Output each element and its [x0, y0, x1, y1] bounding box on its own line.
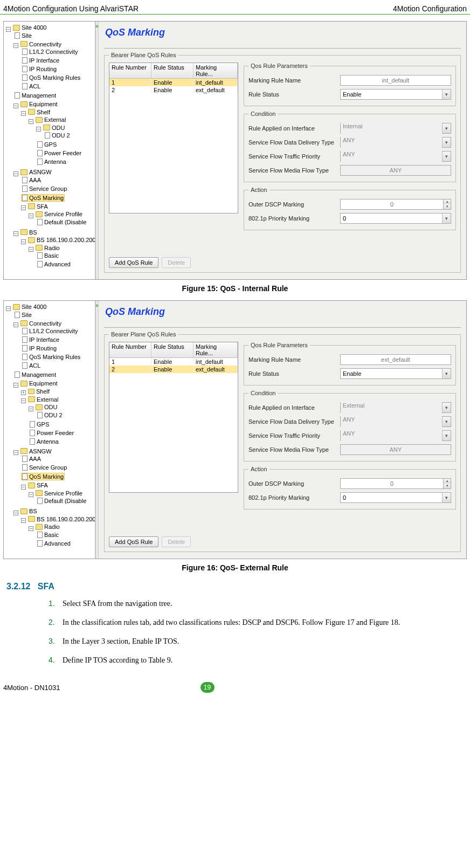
tree-gps[interactable]: GPS [37, 421, 49, 428]
col-rule-status[interactable]: Rule Status [151, 63, 193, 78]
tree-site-root[interactable]: Site 4000 [22, 24, 46, 31]
rai-select[interactable]: External▾ [340, 402, 451, 413]
tree-bsnode[interactable]: BS 186.190.0.200.200. [37, 516, 95, 522]
tree-adv[interactable]: Advanced [44, 540, 71, 547]
rules-grid[interactable]: Rule Number Rule Status Marking Rule... … [109, 342, 238, 493]
tree-l1l2[interactable]: L1/L2 Connectivity [29, 49, 78, 55]
nav-tree[interactable]: –Site 4000 Site –Connectivity L1/L2 Conn… [4, 22, 95, 279]
col-rule-status[interactable]: Rule Status [151, 342, 193, 357]
tree-sg[interactable]: Service Group [29, 464, 67, 471]
sfmft-input[interactable] [340, 444, 451, 455]
tree-sprof[interactable]: Service Profile [44, 211, 82, 217]
tree-odu2[interactable]: ODU 2 [44, 412, 63, 418]
tree-toggle[interactable]: – [13, 450, 18, 455]
col-marking-rule[interactable]: Marking Rule... [193, 63, 238, 78]
tree-asngw[interactable]: ASNGW [29, 448, 52, 454]
spinner[interactable]: ▴▾ [444, 199, 451, 210]
tree-toggle[interactable]: – [13, 383, 18, 388]
tree-bs[interactable]: BS [29, 508, 37, 514]
tree-bsnode[interactable]: BS 186.190.0.200.200. [37, 237, 95, 243]
tree-external[interactable]: External [44, 116, 66, 123]
tree-toggle[interactable]: – [21, 205, 26, 210]
tree-toggle[interactable]: – [29, 407, 33, 411]
tree-adv[interactable]: Advanced [44, 261, 71, 267]
tree-asngw[interactable]: ASNGW [29, 169, 52, 175]
rule-status-select[interactable]: Enable▾ [340, 368, 451, 379]
p8021-select[interactable]: 0▾ [340, 213, 451, 224]
tree-toggle[interactable]: – [21, 398, 26, 403]
grid-row[interactable]: 1 Enable int_default [109, 358, 238, 366]
splitter[interactable] [95, 301, 99, 559]
tree-equip[interactable]: Equipment [29, 101, 58, 107]
tree-gps[interactable]: GPS [44, 141, 57, 148]
tree-toggle[interactable]: – [21, 485, 26, 490]
sfmft-input[interactable] [340, 165, 451, 176]
tree-aaa[interactable]: AAA [29, 177, 41, 183]
odscp-input[interactable] [340, 478, 444, 489]
tree-def[interactable]: Default (Disable [44, 219, 86, 225]
tree-acl[interactable]: ACL [29, 83, 40, 89]
spinner[interactable]: ▴▾ [444, 478, 451, 489]
tree-qosmark[interactable]: QoS Marking [29, 195, 64, 201]
p8021-select[interactable]: 0▾ [340, 492, 451, 503]
tree-sfa[interactable]: SFA [37, 482, 48, 488]
tree-sprof[interactable]: Service Profile [44, 490, 82, 497]
rai-select[interactable]: Internal▾ [340, 123, 451, 134]
tree-toggle[interactable]: – [13, 104, 18, 108]
tree-toggle[interactable]: – [21, 239, 26, 244]
tree-connectivity[interactable]: Connectivity [29, 41, 61, 47]
tree-toggle[interactable]: – [21, 111, 26, 116]
tree-toggle[interactable]: – [13, 322, 18, 327]
tree-toggle[interactable]: – [36, 127, 41, 132]
tree-site[interactable]: Site [22, 312, 32, 318]
tree-odu[interactable]: ODU [44, 404, 57, 410]
tree-qosmark[interactable]: QoS Marking [29, 473, 64, 480]
tree-sfa[interactable]: SFA [37, 203, 48, 210]
delete-button[interactable]: Delete [162, 536, 191, 547]
tree-toggle[interactable]: – [13, 171, 18, 176]
tree-basic[interactable]: Basic [44, 252, 59, 259]
tree-iprt[interactable]: IP Routing [29, 345, 57, 352]
tree-radio[interactable]: Radio [44, 523, 60, 530]
tree-sg[interactable]: Service Group [29, 185, 67, 192]
rules-grid[interactable]: Rule Number Rule Status Marking Rule... … [109, 63, 238, 213]
tree-toggle[interactable]: – [29, 119, 33, 124]
tree-radio[interactable]: Radio [44, 245, 60, 251]
sfddt-select[interactable]: ANY▾ [340, 137, 451, 148]
tree-ipif[interactable]: IP Interface [29, 336, 59, 343]
rule-status-select[interactable]: Enable▾ [340, 89, 451, 100]
splitter[interactable] [95, 22, 99, 279]
tree-toggle[interactable]: – [6, 306, 11, 311]
tree-pf[interactable]: Power Feeder [44, 150, 81, 156]
sftp-select[interactable]: ANY▾ [340, 151, 451, 162]
col-rule-number[interactable]: Rule Number [109, 63, 151, 78]
tree-ant[interactable]: Antenna [44, 159, 66, 165]
tree-site[interactable]: Site [22, 32, 32, 39]
col-marking-rule[interactable]: Marking Rule... [193, 342, 238, 357]
sftp-select[interactable]: ANY▾ [340, 430, 451, 441]
marking-name-input[interactable] [340, 75, 451, 86]
sfddt-select[interactable]: ANY▾ [340, 416, 451, 427]
tree-acl[interactable]: ACL [29, 362, 40, 369]
add-qos-rule-button[interactable]: Add QoS Rule [109, 536, 158, 547]
tree-shelf[interactable]: Shelf [36, 388, 50, 395]
tree-toggle[interactable]: – [29, 213, 33, 218]
tree-qosmr[interactable]: QoS Marking Rules [29, 354, 80, 360]
tree-pf[interactable]: Power Feeder [37, 430, 74, 436]
tree-equip[interactable]: Equipment [29, 380, 58, 387]
tree-toggle[interactable]: + [21, 390, 26, 395]
tree-external[interactable]: External [37, 396, 58, 403]
odscp-input[interactable] [340, 199, 444, 210]
tree-iprt[interactable]: IP Routing [29, 66, 57, 72]
add-qos-rule-button[interactable]: Add QoS Rule [109, 257, 158, 268]
tree-qosmr[interactable]: QoS Marking Rules [29, 74, 80, 81]
tree-odu2[interactable]: ODU 2 [52, 132, 70, 139]
tree-toggle[interactable]: – [21, 518, 26, 523]
tree-ipif[interactable]: IP Interface [29, 57, 59, 64]
tree-bs[interactable]: BS [29, 229, 37, 236]
nav-tree[interactable]: –Site 4000 Site –Connectivity L1/L2 Conn… [4, 301, 95, 559]
tree-toggle[interactable]: – [6, 27, 11, 32]
tree-toggle[interactable]: – [13, 231, 18, 236]
tree-def[interactable]: Default (Disable [44, 498, 86, 504]
col-rule-number[interactable]: Rule Number [109, 342, 151, 357]
